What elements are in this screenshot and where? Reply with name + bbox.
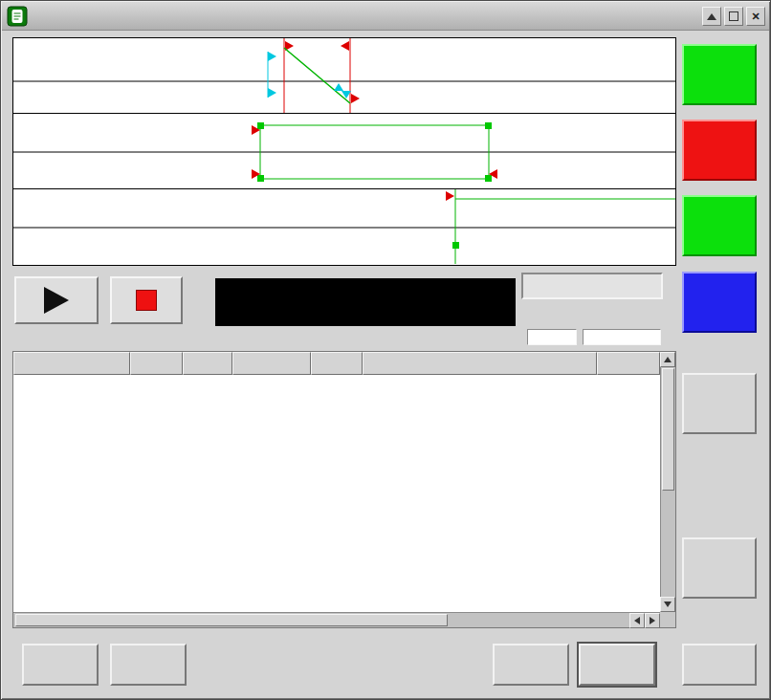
window-titlebar[interactable]: ✕ <box>2 2 769 31</box>
column-header-artist[interactable] <box>597 352 660 375</box>
column-header-trans[interactable] <box>130 352 183 375</box>
fade-handle-icon <box>268 88 276 98</box>
save-button[interactable] <box>682 272 757 333</box>
gain-handle-icon <box>485 175 492 182</box>
column-header-title[interactable] <box>363 352 597 375</box>
gain-handle-icon <box>257 122 264 129</box>
vertical-scroll-thumb[interactable] <box>662 368 674 491</box>
tracks-remaining-value <box>527 329 577 345</box>
column-header-start-time[interactable] <box>13 352 130 375</box>
start-bottom-button[interactable] <box>682 195 757 256</box>
time-remaining-value <box>583 329 661 345</box>
do-over-button[interactable] <box>682 537 757 599</box>
record-button[interactable] <box>682 120 757 181</box>
previous-track-button[interactable] <box>493 644 569 686</box>
column-header-length[interactable] <box>311 352 363 375</box>
arrow-up-icon <box>664 357 672 362</box>
horizontal-scrollbar[interactable] <box>13 612 660 627</box>
level-meter <box>215 278 516 326</box>
voice-tracker-window: ✕ <box>0 0 771 700</box>
start-top-button[interactable] <box>682 44 757 105</box>
insert-track-button[interactable] <box>22 644 99 686</box>
shade-icon <box>707 13 716 20</box>
maximize-button[interactable] <box>724 7 743 26</box>
hit-post-button[interactable] <box>682 373 757 434</box>
close-window-button[interactable]: ✕ <box>746 7 765 26</box>
gain-handle-icon <box>257 175 264 182</box>
fade-handle-icon <box>268 52 276 61</box>
stop-button[interactable] <box>110 276 183 324</box>
segue-marker-icon <box>351 94 360 103</box>
app-icon <box>7 6 28 27</box>
scroll-right-button[interactable] <box>645 613 660 628</box>
meter-scale <box>233 297 511 308</box>
segue-marker-icon <box>446 191 454 201</box>
vertical-scrollbar[interactable] <box>660 352 675 612</box>
arrow-right-icon <box>650 617 655 624</box>
elapsed-time-display <box>521 273 663 299</box>
column-header-group[interactable] <box>232 352 311 375</box>
next-track-button[interactable] <box>579 644 655 686</box>
scroll-down-button[interactable] <box>660 597 675 612</box>
close-icon: ✕ <box>751 11 760 23</box>
close-button[interactable] <box>682 644 757 686</box>
log-table-header <box>13 352 660 375</box>
log-table <box>12 351 676 628</box>
stop-icon <box>136 290 157 311</box>
column-header-cart[interactable] <box>183 352 232 375</box>
gain-handle-icon <box>452 242 459 249</box>
track-panel-incoming[interactable] <box>13 189 675 264</box>
gain-handle-icon <box>485 122 492 129</box>
arrow-left-icon <box>634 617 640 624</box>
scrollbar-corner <box>660 612 675 627</box>
shade-button[interactable] <box>702 7 721 26</box>
scroll-left-button[interactable] <box>629 613 645 628</box>
delete-track-button <box>110 644 187 686</box>
waveform-editor <box>12 37 676 266</box>
maximize-icon <box>729 11 738 21</box>
log-rows-viewport <box>13 375 660 612</box>
segue-marker-icon <box>341 41 349 51</box>
arrow-down-icon <box>664 602 672 607</box>
track-panel-voice[interactable] <box>13 114 675 189</box>
play-button[interactable] <box>14 276 99 324</box>
play-icon <box>44 287 69 314</box>
horizontal-scroll-thumb[interactable] <box>15 614 448 626</box>
scroll-up-button[interactable] <box>660 352 675 367</box>
track-panel-outgoing[interactable] <box>13 38 675 114</box>
fade-handle-icon <box>334 83 343 91</box>
